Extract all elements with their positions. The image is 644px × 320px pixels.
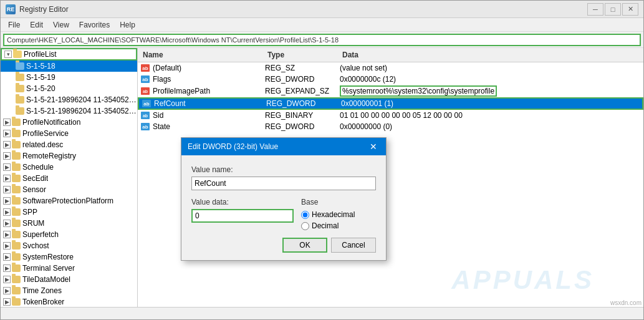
- tree-item-time-zones[interactable]: ▶ Time Zones: [1, 285, 137, 296]
- tree-item-profilelist[interactable]: ▾ ProfileList: [1, 48, 137, 61]
- radio-decimal-label: Decimal: [312, 221, 339, 230]
- folder-icon: [12, 208, 21, 216]
- expander[interactable]: ▶: [3, 287, 11, 294]
- minimize-button[interactable]: ─: [587, 3, 603, 16]
- tree-item-s-1-5-20[interactable]: S-1-5-20: [1, 83, 137, 94]
- radio-decimal-input[interactable]: [301, 222, 309, 230]
- ok-button[interactable]: OK: [282, 238, 327, 253]
- dialog-value-data-input[interactable]: [191, 209, 294, 223]
- tree-item-s-1-5-21-1[interactable]: S-1-5-21-19896204 11-3540521276-21918305…: [1, 94, 137, 105]
- expander[interactable]: ▶: [3, 298, 11, 306]
- value-name-refcount: RefCount: [154, 99, 266, 108]
- expander[interactable]: ▶: [3, 130, 11, 137]
- tree-item-remoteregistry[interactable]: ▶ RemoteRegistry: [1, 150, 137, 162]
- address-input[interactable]: [3, 34, 641, 46]
- expander[interactable]: ▶: [3, 220, 11, 227]
- col-header-type: Type: [265, 49, 340, 61]
- edit-dword-dialog: Edit DWORD (32-bit) Value ✕ Value name: …: [181, 137, 387, 261]
- tree-label-s-1-5-21-1: S-1-5-21-19896204 11-3540521276-21918305…: [26, 95, 137, 104]
- expander[interactable]: ▶: [3, 242, 11, 250]
- tree-item-tiledatamodel[interactable]: ▶ TileDataModel: [1, 274, 137, 285]
- value-icon-expand-sz: ab: [140, 87, 150, 95]
- dialog-close-button[interactable]: ✕: [367, 141, 380, 152]
- tree-item-profilenotification[interactable]: ▶ ProfileNotification: [1, 117, 137, 128]
- tree-item-related-desc[interactable]: ▶ related.desc: [1, 139, 137, 150]
- radio-hexadecimal-input[interactable]: [301, 211, 309, 219]
- app-icon: RE: [6, 4, 16, 14]
- expander[interactable]: ▶: [3, 119, 11, 126]
- expander[interactable]: ▶: [3, 253, 11, 261]
- value-row-profileimagepath[interactable]: ab ProfileImagePath REG_EXPAND_SZ %syste…: [138, 85, 643, 97]
- tree-item-terminal-server[interactable]: ▶ Terminal Server: [1, 263, 137, 274]
- tree-item-sensor[interactable]: ▶ Sensor: [1, 184, 137, 195]
- tree-label: SystemRestore: [22, 253, 74, 261]
- tree-label: RemoteRegistry: [22, 152, 76, 160]
- value-name-state: State: [153, 122, 265, 131]
- tree-item-superfetch[interactable]: ▶ Superfetch: [1, 229, 137, 240]
- value-type-profileimagepath: REG_EXPAND_SZ: [265, 87, 340, 95]
- menu-view[interactable]: View: [48, 19, 74, 30]
- value-data-state: 0x00000000 (0): [340, 122, 641, 131]
- dialog-value-name-input[interactable]: [191, 177, 376, 190]
- menu-edit[interactable]: Edit: [25, 19, 48, 30]
- tree-item-profileservice[interactable]: ▶ ProfileService: [1, 128, 137, 139]
- maximize-button[interactable]: □: [605, 3, 621, 16]
- value-data-label: Value data:: [191, 198, 294, 206]
- value-row-state[interactable]: ab State REG_DWORD 0x00000000 (0): [138, 121, 643, 132]
- tree-item-systemrestore[interactable]: ▶ SystemRestore: [1, 251, 137, 263]
- expander[interactable]: ▶: [3, 264, 11, 272]
- close-button[interactable]: ✕: [622, 3, 638, 16]
- tree-item-spp-platform[interactable]: ▶ SoftwareProtectionPlatform: [1, 195, 137, 206]
- tree-item-srum[interactable]: ▶ SRUM: [1, 218, 137, 229]
- status-bar: [1, 307, 643, 319]
- tree-item-spp[interactable]: ▶ SPP: [1, 206, 137, 218]
- tree-item-svchost[interactable]: ▶ Svchost: [1, 240, 137, 251]
- radio-decimal[interactable]: Decimal: [301, 221, 376, 230]
- value-name-default: (Default): [153, 64, 265, 72]
- tree-label: related.desc: [22, 140, 63, 149]
- tree-item-secedit[interactable]: ▶ SecEdit: [1, 173, 137, 184]
- folder-icon: [12, 298, 21, 306]
- tree-label: SPP: [22, 208, 37, 216]
- value-icon-state: ab: [140, 122, 150, 131]
- value-data-flags: 0x0000000c (12): [340, 75, 641, 84]
- expander[interactable]: ▶: [3, 231, 11, 238]
- folder-icon: [12, 287, 21, 294]
- value-data-profileimagepath: %systemroot%\system32\config\systemprofi…: [340, 85, 641, 97]
- expander[interactable]: ▶: [3, 141, 11, 148]
- expander[interactable]: ▶: [3, 197, 11, 205]
- tree-label-s-1-5-18: S-1-5-18: [26, 62, 55, 70]
- expander-profilelist[interactable]: ▾: [4, 51, 12, 58]
- value-name-flags: Flags: [153, 75, 265, 84]
- value-icon-refcount: ab: [142, 99, 151, 108]
- value-row-flags[interactable]: ab Flags REG_DWORD 0x0000000c (12): [138, 74, 643, 85]
- expander[interactable]: ▶: [3, 163, 11, 171]
- value-type-sid: REG_BINARY: [265, 111, 340, 120]
- menu-help[interactable]: Help: [115, 19, 140, 30]
- address-bar: [1, 32, 643, 48]
- tree-label: Sensor: [22, 185, 46, 194]
- value-row-default[interactable]: ab (Default) REG_SZ (value not set): [138, 62, 643, 74]
- expander[interactable]: ▶: [3, 175, 11, 182]
- menu-favorites[interactable]: Favorites: [74, 19, 115, 30]
- radio-hexadecimal[interactable]: Hexadecimal: [301, 210, 376, 219]
- tree-item-schedule[interactable]: ▶ Schedule: [1, 162, 137, 173]
- tree-item-s-1-5-21-2[interactable]: S-1-5-21-19896204 11-3540521276-21918305…: [1, 105, 137, 117]
- folder-icon: [16, 74, 24, 81]
- cancel-button[interactable]: Cancel: [331, 238, 376, 253]
- expander[interactable]: ▶: [3, 208, 11, 216]
- expander[interactable]: ▶: [3, 276, 11, 283]
- menu-file[interactable]: File: [3, 19, 25, 30]
- tree-item-s-1-5-19[interactable]: S-1-5-19: [1, 72, 137, 83]
- tree-panel: ▾ ProfileList S-1-5-18 S-1-5-19 S-1-5-20: [1, 48, 138, 307]
- value-row-refcount[interactable]: ab RefCount REG_DWORD 0x00000001 (1): [138, 97, 643, 110]
- folder-icon: [12, 163, 21, 171]
- value-icon-dword: ab: [140, 75, 150, 84]
- expander[interactable]: ▶: [3, 152, 11, 160]
- folder-icon: [12, 152, 21, 160]
- folder-icon: [12, 197, 21, 205]
- tree-item-tokenbroker[interactable]: ▶ TokenBroker: [1, 296, 137, 307]
- expander[interactable]: ▶: [3, 186, 11, 193]
- tree-item-s-1-5-18[interactable]: S-1-5-18: [1, 61, 137, 72]
- value-row-sid[interactable]: ab Sid REG_BINARY 01 01 00 00 00 00 00 0…: [138, 110, 643, 121]
